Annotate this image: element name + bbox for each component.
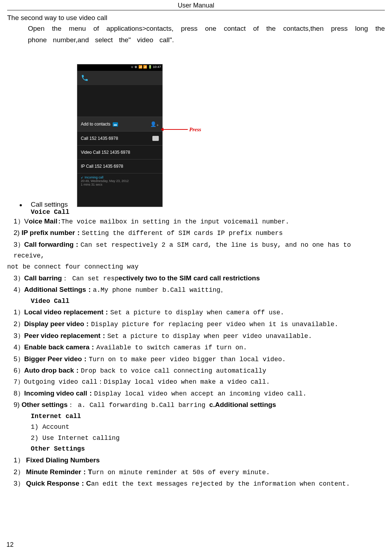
page-number: 12 [6, 541, 14, 549]
internet-item-2: 2) Use Internet calling [31, 433, 385, 444]
press-label: Press [189, 127, 201, 133]
phone-spacer [77, 85, 162, 117]
menu-call: Call 152 1435 6978 [77, 131, 162, 145]
press-annotation: Press [163, 127, 201, 133]
instruction-paragraph: Open the menu of applications>contacts, … [28, 23, 385, 46]
voice-item-4: 3）Call barring： Can set respectively two… [14, 272, 385, 284]
other-item-1: 1） Fixed Dialing Numbers [14, 455, 385, 466]
incoming-label: ↙ Incoming call [81, 176, 159, 179]
incoming-call-block: ↙ Incoming call 20:49, Wednesday, May 23… [77, 173, 162, 188]
video-item-5: 5）Bigger Peer video：Turn on to make peer… [14, 353, 385, 365]
phone-menu-list: Add to contacts ▬ 👤₊ Call 152 1435 6978 … [77, 117, 162, 188]
status-time: 10:47 [153, 65, 161, 69]
video-item-6: 6）Auto drop back：Drop back to voice call… [14, 365, 385, 377]
menu-ip-call: IP Call 152 1435 6978 [77, 159, 162, 173]
ip-call-label: IP Call 152 1435 6978 [81, 164, 123, 169]
phone-tab-row [77, 71, 162, 85]
other-settings-heading: Other Settings [31, 443, 385, 455]
video-item-7: 7）Outgoing video call：Display local vide… [14, 377, 385, 388]
call-label: Call 152 1435 6978 [81, 136, 118, 141]
video-item-3: 3）Peer video replacement：Set a picture t… [14, 330, 385, 342]
voice-item-2: 2) IP prefix number：Setting the differen… [14, 227, 385, 239]
video-call-label: Video Call 152 1435 6978 [81, 150, 130, 155]
arrow-icon [163, 129, 188, 130]
message-icon [152, 136, 159, 141]
figure-container: ☺ ⊕ 📶 📶 🔋 10:47 Add to contacts ▬ 👤₊ Cal… [77, 64, 385, 207]
internet-call-heading: Internet call [31, 411, 385, 422]
call-settings-label: Call settings [31, 201, 69, 208]
incoming-datetime: 20:49, Wednesday, May 23, 2012 [81, 179, 159, 183]
phone-icon [81, 74, 89, 82]
incoming-duration: 1 mins 31 secs [81, 183, 159, 186]
phone-status-bar: ☺ ⊕ 📶 📶 🔋 10:47 [77, 64, 162, 71]
voice-call-heading: Voice Call [31, 208, 69, 216]
page-header: User Manual [7, 0, 385, 10]
video-call-section: 1）Local video replacement：Set a picture … [7, 306, 385, 411]
video-item-4: 4）Enable back camera：Available to switch… [14, 342, 385, 353]
phone-screenshot: ☺ ⊕ 📶 📶 🔋 10:47 Add to contacts ▬ 👤₊ Cal… [77, 64, 163, 207]
status-icons: ☺ ⊕ 📶 📶 🔋 [131, 65, 153, 69]
video-item-1: 1）Local video replacement：Set a picture … [14, 306, 385, 318]
other-settings-section: 1） Fixed Dialing Numbers 2） Minute Remin… [7, 455, 385, 490]
video-item-9: 9) Other settings： a. Call forwarding b.… [14, 399, 385, 411]
menu-add-contacts: Add to contacts ▬ 👤₊ [77, 117, 162, 131]
voice-call-section: 1）Voice Mail:The voice mailbox in settin… [7, 216, 385, 296]
add-person-icon: 👤₊ [150, 121, 159, 127]
menu-video-call: Video Call 152 1435 6978 [77, 145, 162, 159]
internet-item-1: 1) Account [31, 422, 385, 433]
video-call-heading: Video Call [31, 296, 385, 307]
video-item-2: 2）Display peer video：Display picture for… [14, 318, 385, 330]
video-item-8: 8）Incoming video call：Display local vide… [14, 388, 385, 399]
bullet-icon [20, 204, 22, 206]
other-item-3: 3） Quick Response：Can edit the text mess… [14, 478, 385, 490]
other-item-2: 2） Minute Reminder：Turn on minute remind… [14, 466, 385, 478]
voice-item-3-cont: not be connect four connecting way [7, 261, 385, 272]
add-contacts-label: Add to contacts [81, 122, 111, 127]
section-title: The second way to use video call [7, 14, 385, 22]
voice-item-5: 4）Additional Settings：a.My phone number … [14, 284, 385, 296]
header-rule [7, 10, 385, 10]
voice-item-1: 1）Voice Mail:The voice mailbox in settin… [14, 216, 385, 227]
phone-badge: ▬ [113, 122, 118, 127]
voice-item-3: 3）Call forwarding：Can set respectively 2… [14, 239, 385, 261]
